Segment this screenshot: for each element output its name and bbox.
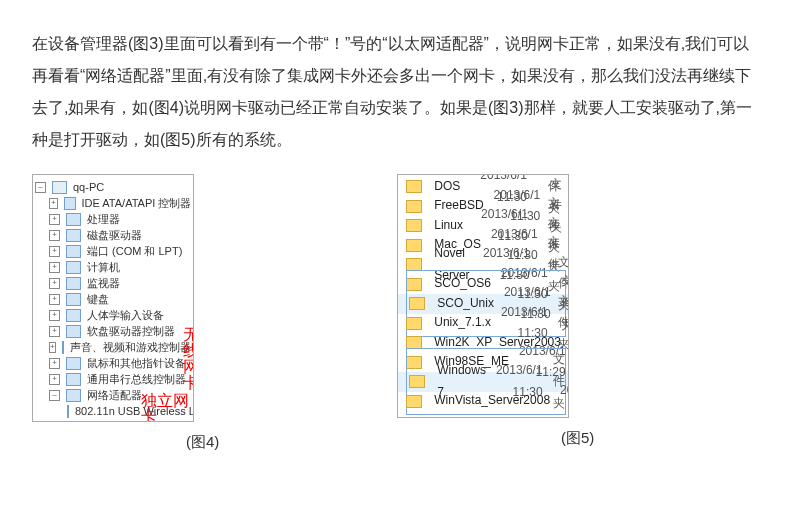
expand-icon[interactable]: + [49,262,60,273]
device-icon [66,389,81,402]
device-tree: 无线网卡 → 集成网卡 独立网卡 –qq-PC+IDE ATA/ATAPI 控制… [33,175,193,421]
tree-root[interactable]: –qq-PC [35,179,191,195]
tree-label: 网络适配器 [87,387,142,403]
device-icon [67,405,69,418]
device-icon [52,181,67,194]
folder-icon [406,395,422,408]
expand-icon[interactable]: + [49,214,60,225]
device-icon [62,341,65,354]
tree-label: 监视器 [87,275,120,291]
tree-label: 键盘 [87,291,109,307]
tree-label: 磁盘驱动器 [87,227,142,243]
folder-row[interactable]: WinVista_Server20082013/6/1 11:29文件夹 [398,392,568,412]
tree-node[interactable]: +处理器 [35,211,191,227]
caption-right: (图5) [397,424,758,451]
expand-icon[interactable]: + [49,358,60,369]
tree-node[interactable]: +端口 (COM 和 LPT) [35,243,191,259]
device-icon [66,373,81,386]
expand-icon[interactable]: + [49,342,56,353]
tree-node[interactable]: +声音、视频和游戏控制器 [35,339,191,355]
anno-wireless: 无线网卡 [183,327,193,391]
device-icon [64,197,76,210]
tree-label: qq-PC [73,179,104,195]
device-icon [66,213,81,226]
device-icon [66,309,81,322]
tree-node[interactable]: +键盘 [35,291,191,307]
device-icon [66,325,81,338]
figure-5: DOS2013/6/1 11:30文件夹FreeBSD2013/6/1 11:3… [397,174,569,418]
device-icon [66,293,81,306]
tree-node[interactable]: +监视器 [35,275,191,291]
body-paragraph: 在设备管理器(图3)里面可以看到有一个带“！”号的“以太网适配器”，说明网卡正常… [32,28,758,156]
expand-icon[interactable]: + [49,374,60,385]
tree-label: 声音、视频和游戏控制器 [70,339,191,355]
tree-label: 处理器 [87,211,120,227]
tree-label: 软盘驱动器控制器 [87,323,175,339]
tree-node[interactable]: +计算机 [35,259,191,275]
device-icon [67,421,69,422]
device-icon [66,277,81,290]
tree-node[interactable]: +通用串行总线控制器 [35,371,191,387]
tree-label: 人体学输入设备 [87,307,164,323]
expand-icon[interactable]: + [49,310,60,321]
caption-left: (图4) [32,428,373,455]
tree-node[interactable]: +磁盘驱动器 [35,227,191,243]
figure-4: 无线网卡 → 集成网卡 独立网卡 –qq-PC+IDE ATA/ATAPI 控制… [32,174,194,422]
expand-icon[interactable]: + [49,246,60,257]
tree-label: IDE ATA/ATAPI 控制器 [82,195,192,211]
tree-node[interactable]: +鼠标和其他指针设备 [35,355,191,371]
expand-icon[interactable]: + [49,278,60,289]
expand-icon[interactable]: + [49,230,60,241]
device-icon [66,229,81,242]
expand-icon[interactable]: – [49,390,60,401]
tree-node[interactable]: +人体学输入设备 [35,307,191,323]
expand-icon[interactable]: + [49,294,60,305]
figures-row: 无线网卡 → 集成网卡 独立网卡 –qq-PC+IDE ATA/ATAPI 控制… [32,174,758,455]
tree-label: 计算机 [87,259,120,275]
folder-list: DOS2013/6/1 11:30文件夹FreeBSD2013/6/1 11:3… [398,175,568,417]
tree-node[interactable]: +软盘驱动器控制器 [35,323,191,339]
tree-label: 通用串行总线控制器 [87,371,186,387]
tree-label: 端口 (COM 和 LPT) [87,243,182,259]
tree-label: 鼠标和其他指针设备 [87,355,186,371]
device-icon [66,261,81,274]
device-icon [66,357,81,370]
anno-dedicated: 独立网卡 [141,393,193,421]
folder-name: WinVista_Server2008 [434,390,550,412]
expand-icon[interactable]: – [35,182,46,193]
folder-date: 2013/6/1 11:29 [560,380,568,417]
device-icon [66,245,81,258]
tree-node[interactable]: +IDE ATA/ATAPI 控制器 [35,195,191,211]
expand-icon[interactable]: + [49,198,58,209]
expand-icon[interactable]: + [49,326,60,337]
